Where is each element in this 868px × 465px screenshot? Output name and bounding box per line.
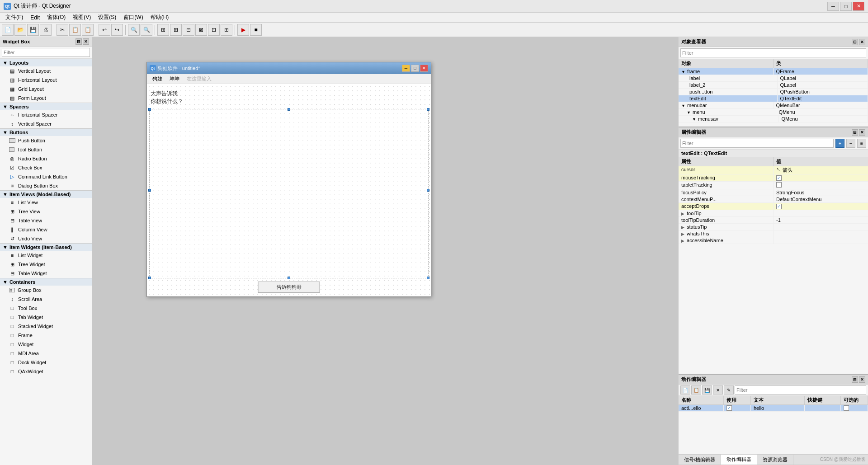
pe-row-tooltipduration[interactable]: toolTipDuration -1 [679,217,868,224]
tab-resource-browser[interactable]: 资源浏览器 [757,455,793,465]
widget-command-link-button[interactable]: ▷ Command Link Button [0,172,92,181]
widget-push-button[interactable]: Push Button [0,136,92,145]
ae-new-btn[interactable]: 📄 [680,385,690,395]
section-item-widgets[interactable]: ▼ Item Widgets (Item-Based) [0,243,92,251]
oi-close-btn[interactable]: ✕ [859,39,865,45]
oi-row-menubar[interactable]: ▼ menubar QMenuBar [679,102,868,109]
section-buttons[interactable]: ▼ Buttons [0,128,92,136]
widget-table-view[interactable]: ⊟ Table View [0,216,92,225]
oi-float-btn[interactable]: ⊟ [852,39,858,45]
widget-vertical-spacer[interactable]: ↕ Vertical Spacer [0,119,92,128]
toolbar-copy[interactable]: 📋 [69,24,81,36]
designer-close-btn[interactable]: ✕ [420,65,428,72]
toolbar-cut[interactable]: ✂ [57,24,68,36]
widget-table-widget[interactable]: ⊟ Table Widget [0,269,92,278]
widget-radio-button[interactable]: ◎ Radio Button [0,154,92,163]
pe-filter-reset-btn[interactable]: − [846,139,855,148]
menu-window[interactable]: 窗口(W) [120,13,146,22]
toolbar-layout6[interactable]: ⊞ [221,24,232,36]
form-main-textedit[interactable] [149,109,429,278]
widget-group-box[interactable]: G Group Box [0,286,92,295]
toolbar-layout2[interactable]: ⊞ [170,24,182,36]
ae-save-btn[interactable]: 💾 [702,385,712,395]
toolbar-stop[interactable]: ■ [250,24,262,36]
designer-minimize-btn[interactable]: ─ [402,65,410,72]
widget-undo-view[interactable]: ↺ Undo View [0,234,92,243]
widget-tool-button[interactable]: Tool Button [0,145,92,154]
restore-button[interactable]: □ [840,2,852,11]
toolbar-zoom-out[interactable]: 🔍 [141,24,152,36]
menu-edit[interactable]: Edit [27,14,43,22]
ae-copy-btn[interactable]: 📋 [691,385,701,395]
dw-menu-item-0[interactable]: 狗娃 [149,75,166,83]
canvas-area[interactable]: Qt 狗娃软件 - untitled* ─ □ ✕ 狗娃 坤坤 在这里输入 大声… [92,37,678,465]
widget-tab-widget[interactable]: □ Tab Widget [0,313,92,322]
menu-help[interactable]: 帮助(H) [147,13,173,22]
widget-grid-layout[interactable]: ▦ Grid Layout [0,85,92,94]
widget-box-float-btn[interactable]: ⊟ [75,38,82,45]
oi-row-label[interactable]: label QLabel [679,75,868,82]
tablettracking-checkbox[interactable] [776,182,782,188]
expand-frame[interactable]: ▼ [681,70,686,74]
widget-horizontal-layout[interactable]: ▥ Horizontal Layout [0,75,92,85]
widget-frame[interactable]: □ Frame [0,331,92,340]
designer-restore-btn[interactable]: □ [411,65,419,72]
pe-row-tooltip[interactable]: ▶ toolTip [679,210,868,217]
section-spacers[interactable]: ▼ Spacers [0,103,92,110]
oi-row-textedit[interactable]: textEdit QTextEdit [679,95,868,102]
widget-scroll-area[interactable]: ↕ Scroll Area [0,295,92,304]
acceptdrops-checkbox[interactable] [776,204,782,209]
tab-signal-slot[interactable]: 信号/槽编辑器 [679,455,721,465]
widget-form-layout[interactable]: ▧ Form Layout [0,94,92,103]
close-button[interactable]: ✕ [853,2,864,11]
ae-delete-btn[interactable]: ✕ [713,385,723,395]
oi-filter-input[interactable] [680,48,866,57]
widget-list-view[interactable]: ≡ List View [0,198,92,207]
pe-row-cursor[interactable]: cursor ↖ 箭头 [679,166,868,174]
toolbar-run[interactable]: ▶ [237,24,249,36]
widget-tree-widget[interactable]: ⊞ Tree Widget [0,260,92,269]
tab-action-editor[interactable]: 动作编辑器 [721,455,757,465]
pe-row-statustip[interactable]: ▶ statusTip [679,224,868,230]
ae-float-btn[interactable]: ⊟ [852,376,858,383]
oi-row-label2[interactable]: label_2 QLabel [679,82,868,89]
ae-used-checkbox-0[interactable] [726,405,732,411]
pe-filter-opts-btn[interactable]: ≡ [857,139,866,148]
section-layouts[interactable]: ▼ Layouts [0,59,92,66]
menu-form[interactable]: 窗体(O) [43,13,69,22]
widget-check-box[interactable]: ☑ Check Box [0,163,92,172]
designer-content[interactable]: 大声告诉我 你想说什么？ 告诉狗狗哥 [147,84,431,296]
toolbar-layout1[interactable]: ⊞ [157,24,169,36]
oi-row-menusav[interactable]: ▼ menusav QMenu [679,116,868,122]
widget-box-close-btn[interactable]: ✕ [83,38,89,45]
toolbar-paste[interactable]: 📋 [82,24,94,36]
pe-row-focuspolicy[interactable]: focusPolicy StrongFocus [679,189,868,196]
toolbar-undo[interactable]: ↩ [99,24,110,36]
widget-column-view[interactable]: ∥ Column View [0,225,92,234]
expand-menu[interactable]: ▼ [687,110,691,115]
expand-menusav[interactable]: ▼ [692,117,697,122]
form-button[interactable]: 告诉狗狗哥 [258,282,320,293]
widget-tool-box[interactable]: □ Tool Box [0,304,92,313]
widget-dialog-button-box[interactable]: ⊞ Dialog Button Box [0,181,92,190]
pe-row-acceptdrops[interactable]: acceptDrops [679,203,868,210]
section-item-views[interactable]: ▼ Item Views (Model-Based) [0,190,92,198]
expand-menubar[interactable]: ▼ [681,103,686,108]
widget-stacked-widget[interactable]: □ Stacked Widget [0,322,92,331]
oi-row-pushbutton[interactable]: push...tton QPushButton [679,89,868,95]
widget-horizontal-spacer[interactable]: ↔ Horizontal Spacer [0,110,92,119]
toolbar-layout5[interactable]: ⊡ [208,24,220,36]
toolbar-new[interactable]: 📄 [2,24,14,36]
oi-row-menu[interactable]: ▼ menu QMenu [679,109,868,116]
toolbar-redo[interactable]: ↪ [111,24,123,36]
section-containers[interactable]: ▼ Containers [0,278,92,286]
menu-file[interactable]: 文件(F) [2,13,27,22]
ae-filter-input[interactable] [735,385,866,395]
minimize-button[interactable]: ─ [827,2,839,11]
toolbar-layout3[interactable]: ⊟ [183,24,194,36]
widget-tree-view[interactable]: ⊞ Tree View [0,207,92,216]
pe-filter-input[interactable] [680,139,834,148]
toolbar-save[interactable]: 💾 [27,24,39,36]
dw-menu-item-2[interactable]: 在这里输入 [183,75,215,83]
widget-qaxwidget[interactable]: □ QAxWidget [0,367,92,376]
